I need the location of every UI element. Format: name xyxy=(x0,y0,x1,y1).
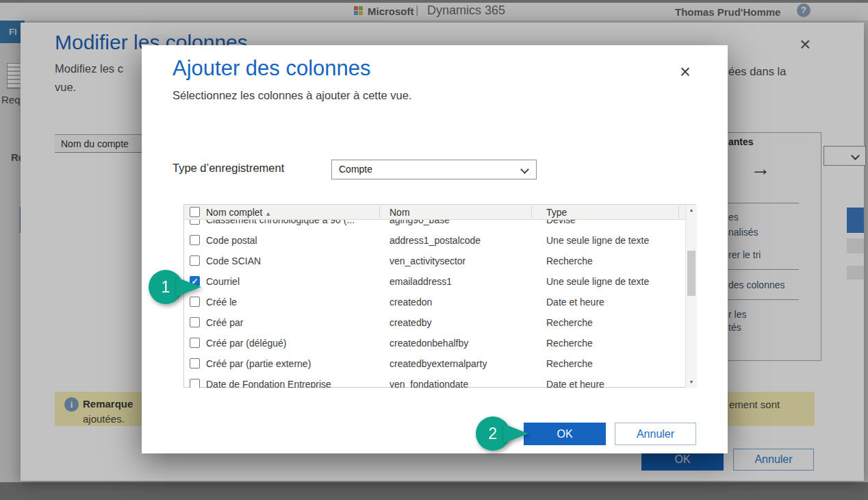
add-columns-subtitle: Sélectionnez les colonnes à ajouter à ce… xyxy=(173,89,411,102)
cell-type: Date et heure xyxy=(546,292,682,312)
header-name[interactable]: Nom xyxy=(390,207,410,218)
cell-type: Date et heure xyxy=(546,374,682,388)
cell-full-name: Classement chronologique à 90 (... xyxy=(206,220,379,230)
annotation-step-2-arrow-icon xyxy=(504,424,528,443)
row-checkbox[interactable] xyxy=(190,379,200,388)
scrollbar-thumb[interactable] xyxy=(687,251,695,296)
table-row[interactable]: Créé le createdon Date et heure xyxy=(184,292,685,312)
add-columns-close-icon[interactable]: × xyxy=(680,63,691,82)
scroll-down-icon[interactable]: ▼ xyxy=(686,377,697,388)
header-type[interactable]: Type xyxy=(546,207,567,218)
row-checkbox[interactable] xyxy=(190,220,200,225)
table-row[interactable]: Classement chronologique à 90 (... aging… xyxy=(184,220,685,230)
cell-name: createdbyexternalparty xyxy=(390,353,541,374)
cell-full-name: Créé par xyxy=(206,312,379,333)
sort-ascending-icon: ▲ xyxy=(265,210,271,217)
record-type-select[interactable]: Compte xyxy=(331,160,537,179)
cell-name: ven_fondationdate xyxy=(390,374,541,388)
cell-full-name: Créé par (délégué) xyxy=(206,333,379,353)
cell-full-name: Courriel xyxy=(206,271,379,292)
select-all-checkbox[interactable] xyxy=(190,207,200,217)
vertical-scrollbar[interactable]: ▲ ▼ xyxy=(685,205,697,388)
scroll-up-icon[interactable]: ▲ xyxy=(686,205,697,216)
add-columns-title: Ajouter des colonnes xyxy=(173,56,371,81)
row-checkbox[interactable] xyxy=(190,297,200,307)
add-columns-cancel-button[interactable]: Annuler xyxy=(615,423,696,445)
chevron-down-icon xyxy=(520,165,529,174)
row-checkbox[interactable] xyxy=(190,338,200,348)
cell-name: aging90_base xyxy=(390,220,541,230)
column-separator xyxy=(379,206,380,218)
columns-table-body-inner: Classement chronologique à 90 (... aging… xyxy=(184,220,685,388)
cell-type: Recherche xyxy=(546,312,682,333)
cell-full-name: Code SCIAN xyxy=(206,251,379,271)
cell-full-name: Code postal xyxy=(206,230,379,251)
add-columns-ok-button[interactable]: OK xyxy=(524,423,606,445)
cell-type: Une seule ligne de texte xyxy=(546,271,682,292)
screen: Microsoft | Dynamics 365 Thomas Prud'Hom… xyxy=(0,0,868,500)
column-separator xyxy=(678,206,679,218)
record-type-value: Compte xyxy=(339,164,372,175)
row-checkbox[interactable] xyxy=(190,358,200,368)
columns-table-header: Nom complet ▲ Nom Type xyxy=(184,205,685,220)
cell-name: createdonbehalfby xyxy=(390,333,541,353)
header-full-name[interactable]: Nom complet ▲ xyxy=(206,207,271,218)
table-row[interactable]: Date de Fondation Entreprise ven_fondati… xyxy=(184,374,685,388)
table-row[interactable]: Code SCIAN ven_activitysector Recherche xyxy=(184,251,685,271)
row-checkbox[interactable] xyxy=(190,317,200,327)
cell-full-name: Créé le xyxy=(206,292,379,312)
add-columns-dialog: Ajouter des colonnes × Sélectionnez les … xyxy=(142,45,728,453)
column-separator xyxy=(531,206,532,218)
row-checkbox[interactable] xyxy=(190,255,200,266)
cell-name: ven_activitysector xyxy=(390,251,541,271)
table-row[interactable]: Code postal address1_postalcode Une seul… xyxy=(184,230,685,251)
cell-full-name: Créé par (partie externe) xyxy=(206,353,379,374)
cell-type: Une seule ligne de texte xyxy=(546,230,682,251)
table-row[interactable]: Créé par (délégué) createdonbehalfby Rec… xyxy=(184,333,685,353)
cell-name: emailaddress1 xyxy=(390,271,541,292)
row-checkbox[interactable] xyxy=(190,235,200,245)
columns-table-body: Classement chronologique à 90 (... aging… xyxy=(184,220,685,388)
table-row[interactable]: ✓ Courriel emailaddress1 Une seule ligne… xyxy=(184,271,685,292)
cell-type: Devise xyxy=(546,220,682,230)
cell-type: Recherche xyxy=(546,353,682,374)
header-full-name-label: Nom complet xyxy=(206,207,262,218)
cell-type: Recherche xyxy=(546,251,682,271)
cell-full-name: Date de Fondation Entreprise xyxy=(206,374,379,388)
columns-table: Nom complet ▲ Nom Type Classement chrono… xyxy=(183,204,696,388)
cell-name: createdon xyxy=(390,292,541,312)
cell-name: createdby xyxy=(390,312,541,333)
cell-type: Recherche xyxy=(546,333,682,353)
table-row[interactable]: Créé par createdby Recherche xyxy=(184,312,685,333)
record-type-label: Type d’enregistrement xyxy=(173,162,284,175)
table-row[interactable]: Créé par (partie externe) createdbyexter… xyxy=(184,353,685,374)
cell-name: address1_postalcode xyxy=(390,230,541,251)
annotation-step-1-arrow-icon xyxy=(177,277,201,297)
